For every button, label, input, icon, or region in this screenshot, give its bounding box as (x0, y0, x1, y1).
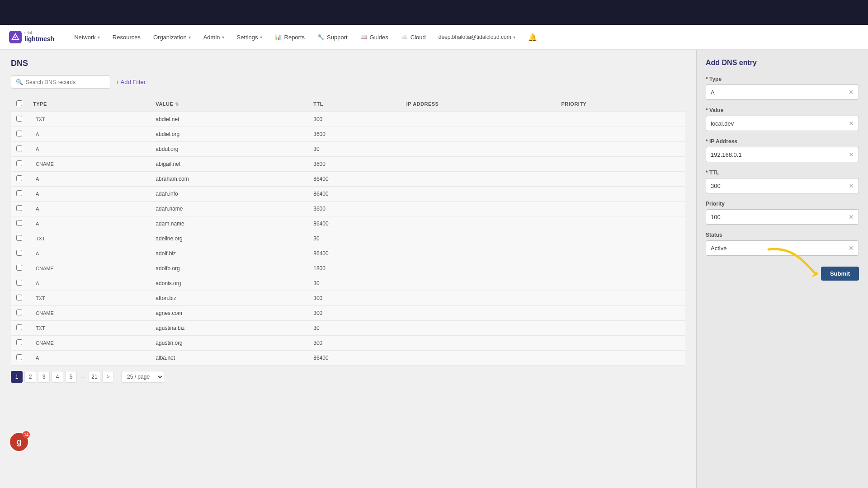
row-checkbox[interactable] (16, 324, 22, 330)
row-checkbox[interactable] (16, 339, 22, 345)
row-checkbox-cell (11, 291, 28, 306)
row-priority (556, 112, 685, 127)
row-value: abdul.org (150, 142, 308, 157)
row-ttl: 86400 (308, 216, 401, 231)
page-btn-3[interactable]: 3 (38, 371, 50, 383)
row-checkbox[interactable] (16, 265, 22, 271)
row-priority (556, 231, 685, 246)
page-btn-21[interactable]: 21 (89, 371, 100, 383)
row-checkbox[interactable] (16, 190, 22, 196)
ip-label: * IP Address (706, 138, 859, 145)
main-content: DNS 🔍 + Add Filter TYPE Value ⇅ (0, 50, 696, 488)
form-group-ip: * IP Address 192.168.0.1 ✕ (706, 138, 859, 162)
row-checkbox[interactable] (16, 205, 22, 211)
row-value: agustin.org (150, 336, 308, 351)
row-checkbox[interactable] (16, 280, 22, 286)
avatar-badge: 14 (23, 431, 30, 438)
value-clear-icon[interactable]: ✕ (849, 120, 854, 127)
page-btn-1[interactable]: 1 (11, 371, 23, 383)
row-type: A (28, 216, 150, 231)
row-checkbox[interactable] (16, 145, 22, 151)
nav-support[interactable]: 🔧 Support (311, 25, 354, 50)
nav-guides[interactable]: 📖 Guides (354, 25, 395, 50)
nav-reports[interactable]: 📊 Reports (269, 25, 311, 50)
row-type: A (28, 351, 150, 366)
nav-user-email[interactable]: deep.bhalotia@tidalcloud.com ▾ (432, 25, 522, 50)
page-btn-5[interactable]: 5 (65, 371, 77, 383)
type-clear-icon[interactable]: ✕ (849, 89, 854, 96)
row-checkbox[interactable] (16, 310, 22, 315)
row-checkbox[interactable] (16, 354, 22, 360)
row-ip (401, 261, 556, 276)
reports-icon: 📊 (275, 34, 282, 40)
row-checkbox[interactable] (16, 131, 22, 136)
ttl-label: * TTL (706, 169, 859, 176)
avatar-letter: g (17, 437, 22, 447)
page-btn-4[interactable]: 4 (52, 371, 63, 383)
row-checkbox[interactable] (16, 160, 22, 166)
row-priority (556, 127, 685, 142)
row-ip (401, 276, 556, 291)
per-page-select[interactable]: 25 / page 50 / page 100 / page (121, 371, 164, 383)
row-checkbox[interactable] (16, 220, 22, 226)
table-row: CNAME abigail.net 3600 (11, 157, 685, 172)
row-ip (401, 306, 556, 321)
row-ttl: 30 (308, 276, 401, 291)
ip-value: 192.168.0.1 (711, 151, 742, 158)
row-type: CNAME (28, 261, 150, 276)
page-btn-next[interactable]: > (102, 371, 114, 383)
add-filter-button[interactable]: + Add Filter (116, 79, 146, 85)
select-all-checkbox[interactable] (16, 100, 22, 106)
header-priority: Priority (556, 96, 685, 112)
nav-network[interactable]: Network ▾ (68, 25, 106, 50)
nav-admin[interactable]: Admin ▾ (197, 25, 231, 50)
type-value: A (711, 89, 715, 96)
table-row: TXT adeline.org 30 (11, 231, 685, 246)
row-ip (401, 202, 556, 216)
table-row: A adolf.biz 86400 (11, 246, 685, 261)
row-checkbox[interactable] (16, 116, 22, 122)
row-ttl: 3600 (308, 157, 401, 172)
arrow-annotation (760, 245, 832, 281)
type-badge: CNAME (33, 265, 57, 272)
row-checkbox-cell (11, 321, 28, 336)
form-group-value: * Value local.dev ✕ (706, 107, 859, 131)
row-priority (556, 261, 685, 276)
table-row: A adah.info 86400 (11, 187, 685, 202)
nav-cloud[interactable]: ☁️ Cloud (395, 25, 432, 50)
value-sort-icon[interactable]: ⇅ (175, 102, 179, 107)
row-checkbox-cell (11, 127, 28, 142)
type-label: * Type (706, 76, 859, 82)
priority-clear-icon[interactable]: ✕ (849, 213, 854, 221)
brand-logo[interactable]: tidal lightmesh (9, 31, 54, 43)
search-input[interactable] (26, 79, 105, 85)
row-checkbox-cell (11, 216, 28, 231)
nav-organization[interactable]: Organization ▾ (147, 25, 197, 50)
row-type: A (28, 246, 150, 261)
row-ttl: 86400 (308, 351, 401, 366)
row-checkbox[interactable] (16, 175, 22, 181)
row-checkbox[interactable] (16, 235, 22, 241)
row-checkbox[interactable] (16, 250, 22, 256)
header-checkbox-col (11, 96, 28, 112)
row-checkbox-cell (11, 261, 28, 276)
avatar-button[interactable]: g 14 (9, 432, 29, 452)
row-priority (556, 336, 685, 351)
status-clear-icon[interactable]: ✕ (849, 244, 854, 252)
row-priority (556, 202, 685, 216)
row-ttl: 300 (308, 112, 401, 127)
page-btn-2[interactable]: 2 (24, 371, 36, 383)
type-badge: A (33, 280, 42, 286)
row-priority (556, 142, 685, 157)
value-input-box: local.dev ✕ (706, 116, 859, 131)
table-row: A adonis.org 30 (11, 276, 685, 291)
row-priority (556, 291, 685, 306)
table-row: A adam.name 86400 (11, 216, 685, 231)
nav-bell[interactable]: 🔔 (522, 25, 543, 50)
ttl-clear-icon[interactable]: ✕ (849, 182, 854, 189)
nav-resources[interactable]: Resources (106, 25, 147, 50)
nav-settings[interactable]: Settings ▾ (231, 25, 269, 50)
user-chevron: ▾ (513, 35, 515, 40)
row-checkbox[interactable] (16, 295, 22, 300)
ip-clear-icon[interactable]: ✕ (849, 151, 854, 158)
